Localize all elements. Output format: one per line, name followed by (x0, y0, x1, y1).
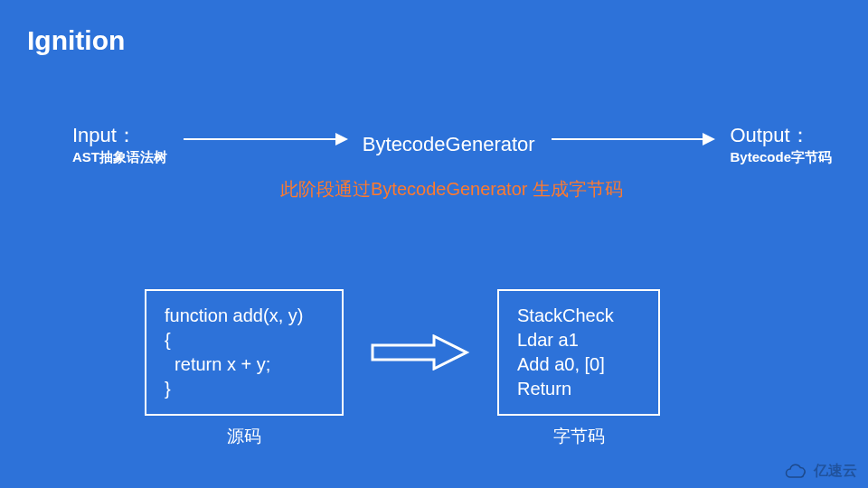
input-sub: AST抽象语法树 (72, 149, 167, 166)
caption-spacer (344, 425, 497, 448)
example-row: function add(x, y) { return x + y; } Sta… (145, 289, 660, 416)
annotation-text: 此阶段通过BytecodeGenerator 生成字节码 (280, 176, 623, 202)
output-node: Output： Bytecode字节码 (730, 122, 832, 166)
flow-row: Input： AST抽象语法树 BytecodeGenerator Output… (72, 122, 832, 166)
watermark: 亿速云 (782, 462, 857, 481)
center-node: BytecodeGenerator (363, 133, 535, 156)
output-sub: Bytecode字节码 (730, 149, 832, 166)
arrow-icon (184, 138, 346, 140)
arrow-icon (552, 138, 714, 140)
source-caption: 源码 (145, 425, 344, 448)
page-title: Ignition (27, 25, 125, 56)
output-title: Output： (730, 122, 832, 149)
caption-row: 源码 字节码 (145, 425, 678, 448)
big-arrow-icon (371, 334, 470, 371)
cloud-icon (782, 463, 809, 481)
input-node: Input： AST抽象语法树 (72, 122, 167, 166)
bytecode-caption: 字节码 (497, 425, 660, 448)
bytecode-box: StackCheck Ldar a1 Add a0, [0] Return (497, 289, 660, 416)
input-title: Input： (72, 122, 167, 149)
source-code-box: function add(x, y) { return x + y; } (145, 289, 344, 416)
watermark-text: 亿速云 (814, 462, 857, 481)
